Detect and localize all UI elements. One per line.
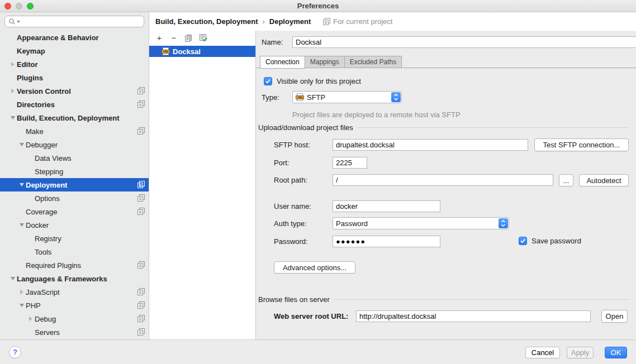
visible-only-checkbox[interactable]	[264, 77, 272, 85]
chevron-down-icon[interactable]	[20, 304, 24, 307]
project-scope-icon	[137, 301, 145, 310]
chevron-down-icon[interactable]	[20, 183, 24, 186]
visible-only-row: Visible only for this project	[264, 77, 361, 85]
browse-root-path-button[interactable]: ...	[559, 174, 573, 186]
tab-mappings[interactable]: Mappings	[305, 56, 344, 68]
sidebar-item-debug[interactable]: Debug	[0, 312, 149, 325]
body: Appearance & BehaviorKeymapEditorPlugins…	[0, 31, 636, 339]
sidebar-item-label: Tools	[35, 248, 51, 256]
sidebar-item-label: Options	[35, 194, 60, 203]
settings-search-field[interactable]	[4, 16, 144, 27]
tab-excluded-paths[interactable]: Excluded Paths	[344, 56, 402, 68]
sidebar-item-debugger[interactable]: Debugger	[0, 138, 149, 151]
sidebar-item-label: Required Plugins	[26, 261, 81, 270]
chevron-down-icon[interactable]	[20, 143, 24, 146]
remove-server-icon[interactable]: −	[169, 33, 178, 42]
tab-connection[interactable]: Connection	[260, 56, 305, 69]
help-button[interactable]: ?	[9, 346, 21, 358]
user-name-input[interactable]	[333, 200, 440, 212]
settings-tree: Appearance & BehaviorKeymapEditorPlugins…	[0, 31, 149, 339]
sidebar-item-appearance-behavior[interactable]: Appearance & Behavior	[0, 31, 149, 44]
advanced-options-button[interactable]: Advanced options...	[274, 261, 355, 274]
port-label: Port:	[274, 157, 289, 169]
sidebar-item-label: Languages & Frameworks	[17, 275, 107, 283]
sidebar-item-registry[interactable]: Registry	[0, 232, 149, 245]
root-path-input[interactable]	[333, 174, 553, 186]
test-sftp-connection-button[interactable]: Test SFTP connection...	[534, 138, 629, 151]
sidebar-item-label: Make	[26, 127, 44, 136]
chevron-right-icon[interactable]	[11, 89, 15, 93]
sidebar-item-required-plugins[interactable]: Required Plugins	[0, 258, 149, 272]
current-project-icon	[323, 18, 330, 25]
sidebar-item-languages-frameworks[interactable]: Languages & Frameworks	[0, 272, 149, 285]
search-options-chevron-icon[interactable]	[17, 21, 20, 23]
type-hint: Project files are deployed to a remote h…	[292, 109, 461, 121]
sftp-type-icon: sftp	[296, 93, 304, 102]
chevron-right-icon[interactable]	[20, 290, 23, 294]
user-name-label: User name:	[274, 200, 311, 212]
name-input[interactable]	[292, 36, 636, 48]
open-url-button[interactable]: Open	[601, 310, 628, 323]
sidebar-item-label: Coverage	[26, 208, 57, 216]
auth-type-select[interactable]: Password	[333, 217, 509, 229]
breadcrumb-parent[interactable]: Build, Execution, Deployment	[155, 17, 258, 26]
sidebar-item-editor[interactable]: Editor	[0, 58, 149, 71]
sidebar-item-tools[interactable]: Tools	[0, 245, 149, 258]
sftp-host-input[interactable]	[333, 139, 528, 151]
visible-only-label: Visible only for this project	[277, 77, 361, 85]
browse-section-label: Browse files on server	[258, 295, 330, 304]
chevron-down-icon[interactable]	[11, 116, 15, 119]
chevron-down-icon[interactable]	[11, 277, 15, 280]
copy-server-icon[interactable]	[184, 33, 193, 42]
sidebar-item-php[interactable]: PHP	[0, 299, 149, 312]
save-password-checkbox[interactable]	[519, 237, 527, 245]
project-scope-icon	[137, 315, 145, 324]
sidebar-item-label: PHP	[26, 301, 41, 310]
auth-type-value: Password	[336, 219, 368, 228]
use-as-default-icon[interactable]	[198, 33, 207, 42]
ok-button[interactable]: OK	[605, 347, 627, 358]
project-scope-icon	[137, 87, 145, 96]
chevron-right-icon[interactable]	[29, 317, 32, 321]
sidebar-item-label: Plugins	[17, 74, 43, 82]
sidebar-item-coverage[interactable]: Coverage	[0, 205, 149, 218]
web-root-input[interactable]	[356, 310, 591, 322]
sidebar-item-plugins[interactable]: Plugins	[0, 71, 149, 84]
root-path-label: Root path:	[274, 174, 307, 186]
type-select[interactable]: sftp SFTP	[292, 91, 402, 103]
server-list-panel: + − sftp Docksal	[149, 31, 256, 339]
password-input[interactable]	[333, 236, 440, 247]
sidebar-item-docker[interactable]: Docker	[0, 218, 149, 232]
sidebar-item-javascript[interactable]: JavaScript	[0, 285, 149, 299]
sidebar-item-make[interactable]: Make	[0, 124, 149, 138]
add-server-icon[interactable]: +	[155, 33, 164, 42]
project-scope-icon	[137, 181, 145, 190]
chevron-down-icon[interactable]	[20, 223, 24, 227]
auth-type-select-spinner-icon[interactable]	[499, 218, 508, 228]
project-scope-icon	[137, 288, 145, 297]
sidebar-item-keymap[interactable]: Keymap	[0, 44, 149, 58]
web-root-label: Web server root URL:	[274, 310, 348, 322]
sidebar-item-data-views[interactable]: Data Views	[0, 151, 149, 165]
sidebar-item-label: Docker	[26, 221, 49, 229]
sidebar-item-options[interactable]: Options	[0, 191, 149, 205]
apply-button[interactable]: Apply	[567, 347, 594, 358]
sidebar-item-label: Version Control	[17, 87, 71, 95]
port-input[interactable]	[333, 157, 367, 169]
sidebar-item-label: Directories	[17, 100, 55, 109]
autodetect-button[interactable]: Autodetect	[579, 174, 629, 186]
sidebar-item-label: Editor	[17, 60, 38, 69]
cancel-button[interactable]: Cancel	[525, 347, 560, 358]
sidebar-item-build-execution-deployment[interactable]: Build, Execution, Deployment	[0, 111, 149, 124]
search-input[interactable]	[22, 18, 140, 26]
server-item-docksal[interactable]: sftp Docksal	[149, 46, 255, 57]
sidebar-item-version-control[interactable]: Version Control	[0, 84, 149, 98]
type-select-spinner-icon[interactable]	[391, 92, 401, 102]
sidebar-item-stepping[interactable]: Stepping	[0, 165, 149, 178]
chevron-right-icon[interactable]	[11, 62, 15, 66]
preferences-window: Preferences Build, Execution, Deployment…	[0, 0, 636, 364]
sidebar-item-servers[interactable]: Servers	[0, 325, 149, 339]
sidebar-item-deployment[interactable]: Deployment	[0, 178, 149, 191]
search-icon	[8, 18, 16, 25]
sidebar-item-directories[interactable]: Directories	[0, 98, 149, 111]
